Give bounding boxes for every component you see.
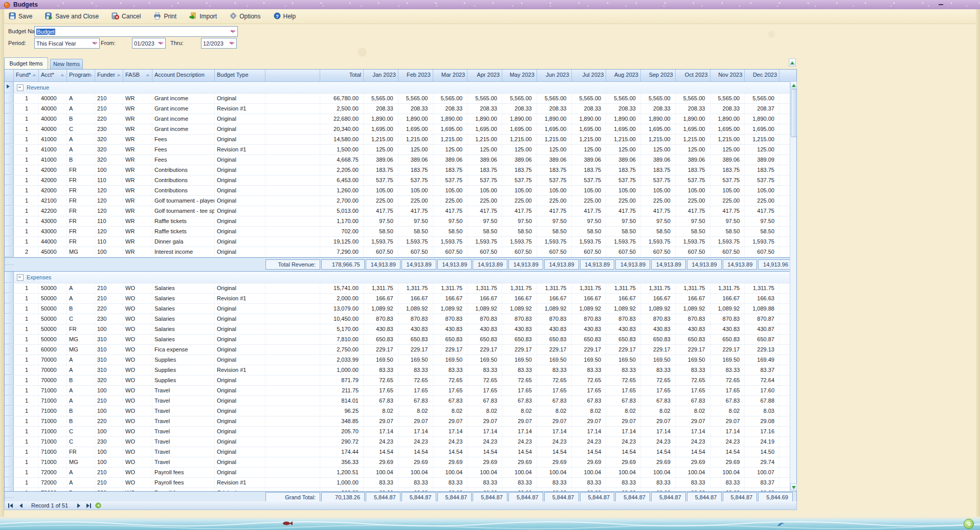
cell-fasb[interactable]: WO bbox=[123, 304, 152, 314]
cell-month-amount[interactable]: 67.83 bbox=[502, 396, 537, 406]
cell-month-amount[interactable]: 1,215.00 bbox=[676, 135, 710, 144]
cell-month-amount[interactable]: 1,695.00 bbox=[398, 124, 433, 134]
cell-month-amount[interactable]: 166.67 bbox=[467, 294, 502, 303]
cell-month-amount[interactable]: 430.83 bbox=[641, 324, 676, 334]
cell-program[interactable]: A bbox=[67, 365, 95, 375]
group-row-expenses[interactable]: Expenses bbox=[5, 272, 796, 283]
cell-month-amount[interactable]: 225.00 bbox=[710, 196, 745, 206]
cell-month-amount[interactable]: 229.17 bbox=[398, 345, 433, 355]
cell-month-amount[interactable]: 24.23 bbox=[502, 437, 537, 447]
cell-month-amount[interactable]: 67.83 bbox=[364, 396, 398, 406]
cell-total[interactable]: 2,500.00 bbox=[320, 104, 364, 114]
cell-program[interactable]: A bbox=[67, 94, 95, 103]
cell-month-amount[interactable]: 225.00 bbox=[364, 196, 398, 206]
cell-month-amount[interactable]: 537.75 bbox=[572, 175, 607, 185]
cell-month-amount[interactable]: 17.14 bbox=[537, 427, 572, 436]
options-button[interactable]: Options bbox=[226, 10, 265, 23]
cell-month-amount[interactable]: 83.33 bbox=[676, 365, 710, 375]
first-record-button[interactable] bbox=[7, 502, 15, 509]
cell-month-amount[interactable]: 100.04 bbox=[572, 468, 607, 477]
row-selector-cell[interactable] bbox=[5, 497, 14, 498]
cell-funder[interactable]: 210 bbox=[95, 283, 123, 293]
cell-month-amount[interactable]: 870.83 bbox=[710, 314, 745, 324]
row-selector-cell[interactable] bbox=[5, 135, 14, 144]
cell-month-amount[interactable]: 66.69 bbox=[364, 488, 398, 491]
cell-month-amount[interactable]: 8.02 bbox=[398, 406, 433, 416]
cell-month-amount[interactable]: 1,089.92 bbox=[364, 304, 398, 314]
cell-month-amount[interactable]: 1,311.75 bbox=[676, 283, 710, 293]
cell-month-amount[interactable]: 225.00 bbox=[572, 196, 607, 206]
last-record-button[interactable] bbox=[84, 502, 93, 509]
cell-total[interactable]: 174.44 bbox=[320, 447, 364, 457]
cell-month-amount[interactable]: 166.67 bbox=[676, 294, 710, 303]
cell-month-amount[interactable]: 83.33 bbox=[502, 478, 537, 488]
cell-month-amount[interactable]: 650.83 bbox=[641, 335, 676, 344]
cell-month-amount[interactable]: 83.33 bbox=[710, 478, 745, 488]
cell-month-amount[interactable]: 1,593.75 bbox=[398, 237, 433, 247]
cell-budget-type[interactable]: Revision #1 bbox=[215, 294, 265, 303]
cell-month-amount[interactable]: 650.83 bbox=[364, 335, 398, 344]
cell-month-amount[interactable]: 14.54 bbox=[676, 447, 710, 457]
cell-program[interactable]: MG bbox=[67, 457, 95, 467]
save-button[interactable]: Save bbox=[5, 10, 37, 23]
cell-month-amount[interactable]: 67.83 bbox=[433, 396, 468, 406]
cell-month-amount[interactable]: 225.00 bbox=[467, 196, 502, 206]
cell-month-amount[interactable]: 125.00 bbox=[398, 145, 433, 154]
cell-account-description[interactable]: Raffle tickets bbox=[152, 227, 215, 236]
row-selector-cell[interactable] bbox=[5, 406, 14, 416]
cell-month-amount[interactable]: 17.65 bbox=[502, 386, 537, 395]
cell-month-amount[interactable]: 1,593.75 bbox=[572, 237, 607, 247]
cell-month-amount[interactable]: 97.50 bbox=[467, 216, 502, 226]
cell-month-amount[interactable]: 1,089.92 bbox=[710, 304, 745, 314]
cell-month-amount[interactable]: 870.83 bbox=[641, 314, 676, 324]
column-header-month[interactable]: Mar 2023 bbox=[433, 70, 468, 81]
cell-month-amount[interactable]: 225.00 bbox=[502, 196, 537, 206]
cell-program[interactable]: A bbox=[67, 145, 95, 154]
cell-month-amount[interactable]: 83.33 bbox=[710, 365, 745, 375]
cell-month-amount[interactable]: 229.17 bbox=[537, 345, 572, 355]
cell-month-amount[interactable]: 8.02 bbox=[537, 406, 572, 416]
cell-month-amount[interactable]: 1,890.00 bbox=[502, 114, 537, 124]
cell-fund[interactable]: 1 bbox=[14, 145, 39, 154]
cell-month-amount[interactable]: 24.19 bbox=[745, 437, 779, 447]
cell-fasb[interactable]: WR bbox=[123, 104, 152, 114]
cell-funder[interactable]: 100 bbox=[95, 457, 123, 467]
cell-month-amount[interactable]: 83.37 bbox=[745, 478, 779, 488]
cell-total[interactable]: 205.70 bbox=[320, 427, 364, 436]
table-row[interactable]: 171000A210WOTravelOriginal814.0167.8367.… bbox=[5, 396, 796, 406]
column-header-month[interactable]: Jun 2023 bbox=[537, 70, 572, 81]
cell-month-amount[interactable]: 29.74 bbox=[745, 457, 779, 467]
table-row[interactable]: 142000FR110WRContributionsOriginal6,453.… bbox=[5, 175, 796, 186]
cell-acct[interactable]: 71000 bbox=[39, 386, 67, 395]
next-record-button[interactable] bbox=[75, 502, 83, 509]
cell-month-amount[interactable]: 8.02 bbox=[710, 406, 745, 416]
cell-month-amount[interactable]: 29.07 bbox=[398, 416, 433, 426]
cell-month-amount[interactable]: 417.75 bbox=[467, 206, 502, 216]
cell-total[interactable]: 2,750.00 bbox=[320, 345, 364, 355]
cell-funder[interactable]: 220 bbox=[95, 304, 123, 314]
table-row[interactable]: 160000MG310WOFica expenseOriginal2,750.0… bbox=[5, 345, 796, 355]
cell-month-amount[interactable]: 229.17 bbox=[467, 345, 502, 355]
cell-month-amount[interactable]: 389.06 bbox=[537, 155, 572, 165]
cell-account-description[interactable]: Fees bbox=[152, 155, 215, 165]
cell-month-amount[interactable]: 169.50 bbox=[676, 355, 710, 365]
column-header-month[interactable]: May 2023 bbox=[502, 70, 537, 81]
cell-month-amount[interactable]: 29.07 bbox=[710, 416, 745, 426]
cell-month-amount[interactable]: 183.75 bbox=[467, 165, 502, 175]
cell-month-amount[interactable]: 389.06 bbox=[710, 155, 745, 165]
cell-acct[interactable]: 45000 bbox=[39, 247, 67, 257]
cell-account-description[interactable]: Salaries bbox=[152, 324, 215, 334]
cell-month-amount[interactable]: 58.50 bbox=[537, 227, 572, 236]
cell-program[interactable]: FR bbox=[67, 165, 95, 175]
cell-month-amount[interactable]: 24.23 bbox=[641, 437, 676, 447]
cell-fasb[interactable]: WR bbox=[123, 124, 152, 134]
cell-acct[interactable]: 40000 bbox=[39, 114, 67, 124]
cell-month-amount[interactable]: 58.50 bbox=[710, 227, 745, 236]
cell-month-amount[interactable]: 5,565.00 bbox=[676, 94, 710, 103]
cell-month-amount[interactable]: 208.33 bbox=[676, 104, 710, 114]
cell-month-amount[interactable]: 97.50 bbox=[710, 216, 745, 226]
row-selector-cell[interactable] bbox=[5, 216, 14, 226]
row-selector-cell[interactable] bbox=[5, 196, 14, 206]
cell-month-amount[interactable]: 1,311.75 bbox=[364, 283, 398, 293]
cell-fasb[interactable]: WO bbox=[123, 457, 152, 467]
